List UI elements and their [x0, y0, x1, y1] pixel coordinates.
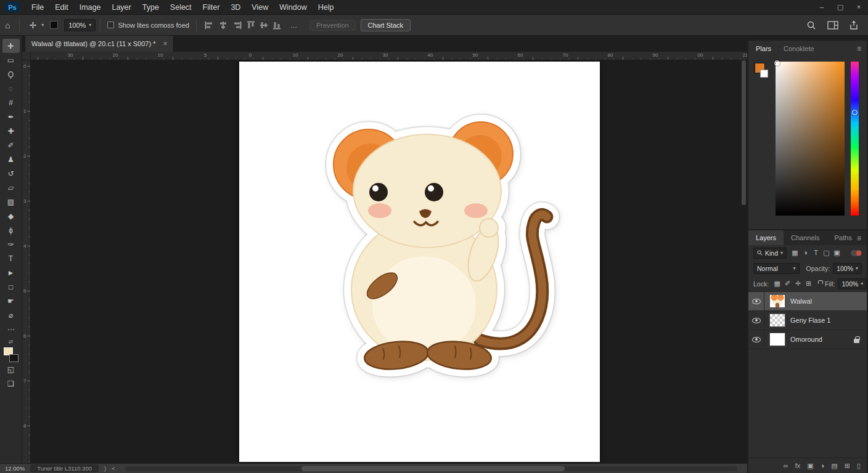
panel-tab[interactable]: Channels	[784, 230, 827, 245]
home-icon[interactable]: ⌂	[0, 20, 15, 30]
more-options-icon[interactable]: …	[284, 22, 305, 29]
minimize-icon[interactable]: –	[813, 3, 831, 11]
filter-toggle-switch[interactable]	[851, 250, 862, 256]
fill-dropdown[interactable]: 100% ▾	[838, 278, 867, 289]
opacity-dropdown[interactable]: 100% ▾	[64, 19, 96, 31]
kind-filter-dropdown[interactable]: Kind ▾	[753, 248, 787, 259]
workspace-layout-icon[interactable]	[827, 21, 838, 30]
opacity-dropdown[interactable]: 100% ▾	[833, 263, 862, 274]
color-cursor[interactable]	[774, 60, 780, 66]
align-middle-icon[interactable]	[260, 21, 268, 30]
type-tool[interactable]: T	[2, 251, 20, 265]
show-transform-checkbox[interactable]	[107, 22, 114, 28]
share-icon[interactable]	[850, 20, 858, 30]
healing-brush-tool[interactable]: ✚	[2, 124, 20, 138]
layer-effects-icon[interactable]: fx	[795, 462, 801, 469]
menu-item[interactable]: View	[246, 3, 274, 12]
panel-tab[interactable]: Layers	[748, 230, 784, 245]
menu-item[interactable]: Edit	[49, 3, 74, 12]
layer-row[interactable]: Geny Flase 1	[748, 311, 867, 330]
active-tool-icon[interactable]: ✛	[24, 20, 41, 30]
blur-tool[interactable]: ◆	[2, 209, 20, 223]
zoom-level[interactable]: 12.00%	[5, 465, 25, 472]
filter-shape-layers-icon[interactable]: ▢	[821, 249, 832, 257]
more-tools[interactable]: ⋯	[2, 322, 20, 336]
visibility-cell[interactable]	[748, 311, 764, 329]
layer-row[interactable]: Omoround	[748, 330, 867, 349]
tool-preset-swatch[interactable]	[50, 21, 58, 29]
vertical-scrollbar[interactable]	[742, 60, 746, 205]
menu-item[interactable]: Layer	[106, 3, 136, 12]
lock-transparency-icon[interactable]: ▦	[772, 280, 782, 288]
panel-tab[interactable]: Plars	[756, 45, 771, 52]
crop-tool[interactable]: #	[2, 95, 20, 110]
zoom-tool[interactable]: ⌀	[2, 308, 20, 322]
visibility-cell[interactable]	[748, 330, 764, 349]
gradient-tool[interactable]: ▨	[2, 195, 20, 209]
layer-group-icon[interactable]: ▤	[831, 462, 837, 470]
maximize-icon[interactable]: ▢	[831, 3, 850, 11]
menu-item[interactable]: Type	[137, 3, 165, 12]
move-tool[interactable]: ✛	[2, 39, 20, 53]
pen-tool[interactable]: ✑	[2, 237, 20, 251]
menu-item[interactable]: 3D	[225, 3, 246, 12]
align-right-icon[interactable]	[233, 22, 242, 29]
search-icon[interactable]	[806, 20, 816, 30]
menu-item[interactable]: Select	[165, 3, 197, 12]
visibility-cell[interactable]	[748, 292, 764, 310]
panel-tab[interactable]: Paths	[827, 230, 859, 245]
status-nav-left-icon[interactable]: <	[112, 466, 115, 472]
filter-type-layers-icon[interactable]: T	[811, 249, 821, 257]
eraser-tool[interactable]: ▱	[2, 180, 20, 195]
document-tab[interactable]: Walwal @ ttlatwat) @ 20.c1 (11 x S007) *…	[25, 36, 174, 52]
menu-item[interactable]: Window	[274, 3, 312, 12]
lasso-tool[interactable]: Ϙ	[2, 67, 20, 81]
swap-colors-icon[interactable]: ⇄	[9, 339, 14, 345]
layer-mask-icon[interactable]: ▣	[807, 462, 813, 470]
hue-slider-thumb[interactable]	[852, 110, 858, 115]
artboard[interactable]	[239, 62, 600, 462]
scrollbar-thumb[interactable]	[301, 466, 565, 471]
prevention-button[interactable]: Prevention	[309, 20, 356, 31]
history-brush-tool[interactable]: ↺	[2, 166, 20, 180]
lock-artboard-icon[interactable]: ⊞	[803, 280, 814, 288]
delete-layer-icon[interactable]: ▯	[857, 462, 861, 470]
quick-mask-button[interactable]: ◱	[2, 362, 20, 376]
close-tab-icon[interactable]: ×	[163, 39, 167, 48]
align-bottom-icon[interactable]	[273, 21, 280, 30]
background-color-chip[interactable]	[760, 70, 768, 78]
align-top-icon[interactable]	[247, 21, 255, 30]
panel-menu-icon[interactable]: ≡	[857, 234, 861, 243]
status-nav-right-icon[interactable]: )	[104, 466, 106, 472]
quick-selection-tool[interactable]: ◌	[2, 81, 20, 95]
layer-thumbnail[interactable]	[769, 333, 785, 346]
layer-row[interactable]: Walwal	[748, 292, 867, 311]
path-selection-tool[interactable]: ►	[2, 265, 20, 280]
chevron-down-icon[interactable]: ▾	[41, 22, 44, 28]
filter-adjustment-layers-icon[interactable]: ◑	[800, 249, 811, 257]
clone-stamp-tool[interactable]: ♟	[2, 152, 20, 166]
align-left-icon[interactable]	[205, 22, 213, 29]
new-layer-icon[interactable]: ⊞	[845, 462, 850, 470]
chart-stack-button[interactable]: Chart Stack	[361, 19, 411, 31]
saturation-brightness-field[interactable]	[776, 62, 845, 216]
link-layers-icon[interactable]: ∞	[784, 462, 788, 469]
canvas-area[interactable]	[31, 60, 747, 463]
eyedropper-tool[interactable]: ✒	[2, 110, 20, 124]
adjustment-layer-icon[interactable]: ◑	[821, 462, 825, 469]
close-icon[interactable]: ×	[850, 3, 868, 11]
lock-pixels-icon[interactable]: ✐	[782, 280, 793, 288]
hue-slider[interactable]	[851, 62, 859, 216]
panel-menu-icon[interactable]: ≡	[857, 44, 861, 53]
rectangle-tool[interactable]: □	[2, 280, 20, 294]
hand-tool[interactable]: ☛	[2, 294, 20, 308]
filter-smart-objects-icon[interactable]: ▣	[832, 249, 842, 257]
panel-tab[interactable]: Conoklete	[784, 45, 814, 52]
menu-item[interactable]: File	[26, 3, 49, 12]
horizontal-scrollbar[interactable]	[125, 466, 737, 471]
menu-item[interactable]: Image	[74, 3, 107, 12]
layer-thumbnail[interactable]	[769, 294, 785, 308]
marquee-tool[interactable]: ▭	[2, 53, 20, 67]
dodge-tool[interactable]: ϕ	[2, 223, 20, 237]
align-center-icon[interactable]	[219, 22, 227, 29]
